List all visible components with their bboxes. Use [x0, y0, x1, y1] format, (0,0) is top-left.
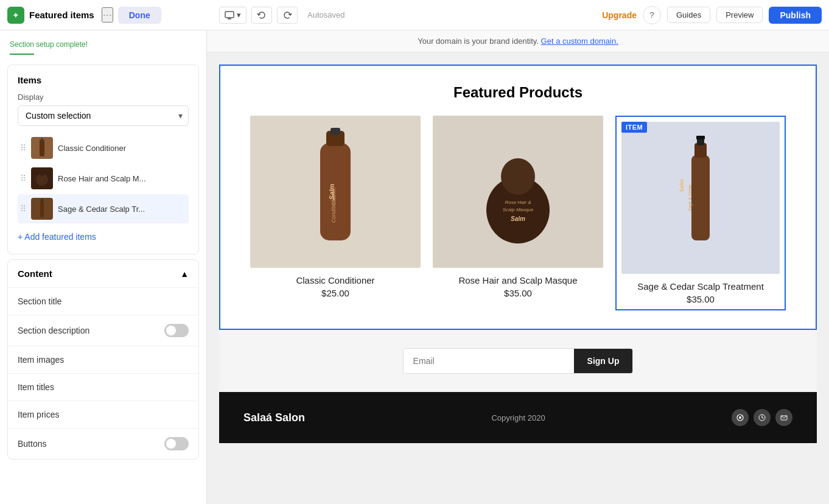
svg-rect-0 [225, 12, 234, 18]
item-prices-row: Item prices [8, 401, 198, 429]
product-image: Classic Conditioner Salm [250, 116, 421, 268]
main-layout: Section setup complete! Items Display Cu… [0, 30, 829, 504]
footer-brand: Salaá Salon [243, 411, 305, 424]
section-title-label: Section title [18, 296, 61, 306]
drag-handle-icon[interactable]: ⠿ [20, 173, 26, 183]
product-price: $35.00 [687, 294, 715, 304]
items-panel: Items Display Custom selection All items… [7, 65, 199, 254]
item-name: Classic Conditioner [58, 144, 126, 153]
footer-social [732, 409, 792, 426]
section-desc-toggle[interactable] [164, 324, 189, 337]
list-item[interactable]: ⠿ Sage & Cedar Scalp Tr... [18, 194, 189, 223]
add-items-button[interactable]: + Add featured items [18, 229, 96, 244]
product-card[interactable]: Classic Conditioner Salm Classic Conditi… [250, 116, 421, 310]
sidebar-status-bar [10, 54, 34, 55]
item-name: Rose Hair and Scalp M... [58, 174, 146, 183]
content-section-title: Content [18, 268, 52, 279]
social-icon-3[interactable] [775, 409, 792, 426]
top-bar-right: Upgrade ? Guides Preview Publish [602, 6, 822, 24]
buttons-toggle[interactable] [164, 437, 189, 450]
canvas-area: Your domain is your brand identity. Get … [207, 30, 829, 504]
featured-section[interactable]: Featured Products Classic Conditioner Sa… [219, 65, 817, 330]
item-name: Sage & Cedar Scalp Tr... [58, 205, 145, 214]
domain-bar-text: Your domain is your brand identity. [418, 37, 539, 46]
svg-rect-8 [41, 199, 43, 201]
upgrade-button[interactable]: Upgrade [602, 10, 637, 20]
item-thumbnail [31, 167, 53, 189]
svg-rect-7 [40, 200, 44, 217]
item-badge: ITEM [621, 122, 647, 133]
section-description-row: Section description [8, 315, 198, 346]
svg-text:Salm: Salm [511, 215, 525, 222]
svg-text:Salm: Salm [679, 179, 685, 192]
footer: Salaá Salon Copyright 2020 [219, 392, 817, 443]
drag-handle-icon[interactable]: ⠿ [20, 143, 26, 153]
desktop-view-button[interactable]: ▾ [219, 7, 247, 24]
item-list: ⠿ Classic Conditioner ⠿ Rose Hair and Sc… [18, 133, 189, 223]
svg-text:Rose Hair &: Rose Hair & [505, 200, 531, 205]
item-prices-label: Item prices [18, 410, 59, 419]
guides-button[interactable]: Guides [667, 7, 710, 23]
items-panel-title: Items [18, 75, 189, 85]
list-item[interactable]: ⠿ Classic Conditioner [18, 133, 189, 163]
item-images-row: Item images [8, 346, 198, 374]
sidebar: Section setup complete! Items Display Cu… [0, 30, 207, 504]
list-item[interactable]: ⠿ Rose Hair and Scalp M... [18, 164, 189, 193]
svg-rect-4 [41, 138, 43, 141]
product-image: Rose Hair & Scalp Masque Salm [433, 116, 603, 268]
chevron-down-icon: ▾ [237, 10, 241, 19]
publish-button[interactable]: Publish [769, 7, 822, 24]
item-thumbnail [31, 137, 53, 159]
custom-domain-link[interactable]: Get a custom domain. [541, 37, 618, 46]
featured-section-title: Featured Products [233, 84, 803, 101]
product-card-selected[interactable]: ITEM Sage & Cedar Salm Sage & Ce [615, 116, 786, 310]
domain-bar: Your domain is your brand identity. Get … [207, 30, 829, 52]
drag-handle-icon[interactable]: ⠿ [20, 204, 26, 214]
page-content: Featured Products Classic Conditioner Sa… [219, 65, 817, 443]
email-input-wrap: Sign Up [403, 348, 634, 374]
preview-button[interactable]: Preview [716, 7, 763, 23]
app-title: Featured items [29, 10, 94, 20]
product-card[interactable]: Rose Hair & Scalp Masque Salm Rose Hair … [433, 116, 603, 310]
done-button[interactable]: Done [118, 7, 161, 24]
products-grid: Classic Conditioner Salm Classic Conditi… [233, 116, 803, 310]
toolbar: ▾ Autosaved [219, 7, 597, 24]
svg-rect-20 [691, 155, 710, 240]
footer-copyright: Copyright 2020 [491, 413, 545, 422]
product-name: Sage & Cedar Scalp Treatment [637, 281, 764, 292]
chevron-up-icon: ▲ [180, 269, 189, 279]
item-images-label: Item images [18, 355, 64, 365]
display-select[interactable]: Custom selection All items Featured item… [18, 105, 189, 126]
product-name: Rose Hair and Scalp Masque [458, 275, 577, 285]
svg-rect-3 [40, 139, 44, 156]
section-desc-label: Section description [18, 326, 89, 335]
product-name: Classic Conditioner [296, 275, 374, 285]
email-section: Sign Up [219, 330, 817, 392]
svg-text:Salm: Salm [328, 184, 335, 200]
social-icon-2[interactable] [754, 409, 771, 426]
buttons-row: Buttons [8, 429, 198, 459]
display-select-wrap: Custom selection All items Featured item… [18, 105, 189, 126]
more-options-button[interactable]: ··· [102, 7, 113, 23]
autosave-status: Autosaved [307, 10, 345, 19]
content-header[interactable]: Content ▲ [8, 260, 198, 287]
product-price: $35.00 [504, 288, 532, 298]
undo-button[interactable] [251, 7, 272, 24]
help-button[interactable]: ? [643, 6, 661, 24]
sidebar-header [0, 30, 206, 39]
svg-text:Scalp Masque: Scalp Masque [503, 207, 534, 212]
product-price: $25.00 [321, 288, 349, 298]
signup-button[interactable]: Sign Up [574, 349, 633, 373]
buttons-label: Buttons [18, 439, 46, 449]
redo-button[interactable] [277, 7, 298, 24]
email-input[interactable] [404, 349, 574, 373]
top-bar: ✦ Featured items ··· Done ▾ Autosaved Up… [0, 0, 829, 30]
svg-point-27 [739, 416, 741, 419]
app-icon: ✦ [7, 7, 24, 24]
social-icon-1[interactable] [732, 409, 749, 426]
svg-rect-23 [696, 136, 705, 139]
top-bar-left: ✦ Featured items ··· Done [7, 7, 214, 24]
product-image: Sage & Cedar Salm [621, 122, 780, 274]
svg-rect-11 [331, 128, 340, 135]
item-thumbnail [31, 198, 53, 220]
